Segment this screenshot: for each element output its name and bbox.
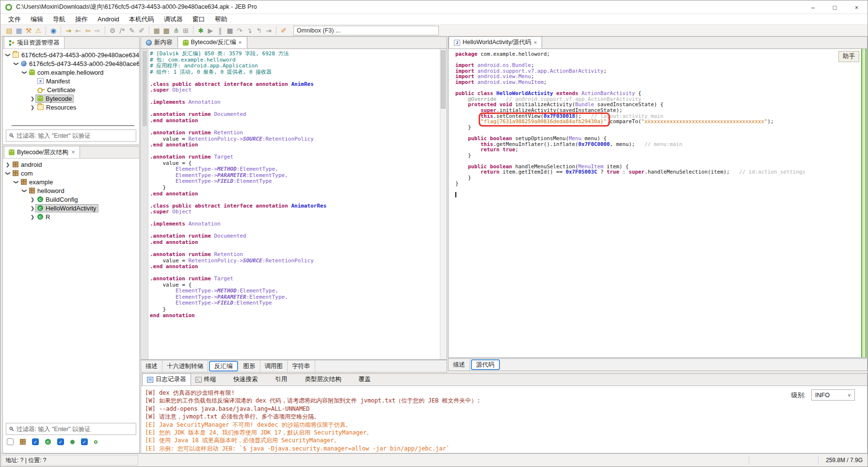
tab-日志记录器[interactable]: 日志记录器 [142,373,191,386]
filter-toggle-2[interactable] [32,438,39,445]
step-into-icon[interactable]: ↴ [244,26,254,35]
gears-icon[interactable]: ⚙ [108,26,117,35]
omnibox-input[interactable] [293,26,439,35]
expander-chevron-icon[interactable]: ❯ [22,188,27,193]
run-icon[interactable]: ▶ [206,26,215,35]
disassembly-scrollbar[interactable] [440,49,446,359]
expander-chevron-icon[interactable]: ❯ [5,170,11,176]
tab-覆盖[interactable]: 覆盖 [346,373,375,386]
layout-icon[interactable]: ⊞ [181,26,191,35]
menu-Android[interactable]: Android [93,16,124,23]
tree-item-com.example.helloword[interactable]: ❯com.example.helloword [3,68,139,77]
tree-item-Bytecode[interactable]: ❯Bytecode [3,94,139,103]
close-button[interactable]: × [846,0,868,14]
project-filter-input[interactable] [16,132,133,139]
rename-icon[interactable]: ✐ [137,26,146,35]
log-view[interactable]: [W] dex 仿真器的沙盒组件有限![W] 如果您的工作负载包括反编译混淆的 … [141,386,868,453]
tree-item-example[interactable]: ❯example [3,177,139,186]
tree-item-helloword[interactable]: ❯helloword [3,186,139,195]
pause-icon[interactable]: ‖ [215,26,225,35]
tab-Bytecode/反汇编[interactable]: Bytecode/反汇编× [177,36,247,48]
filter-toggle-3[interactable] [57,438,64,445]
tab-终端[interactable]: 终端 [191,373,221,386]
brush-icon[interactable]: ✐ [279,26,289,35]
scrollbar-thumb[interactable] [441,50,446,109]
maximize-button[interactable]: □ [824,0,846,14]
subtab-十六进制转储[interactable]: 十六进制转储 [162,360,208,372]
subtab-源代码[interactable]: 源代码 [471,359,500,370]
globe-icon[interactable]: ◉ [48,26,58,35]
expander-chevron-icon[interactable]: ❯ [14,61,19,66]
nav-back-icon[interactable]: ⇦ [83,26,93,35]
step-over-icon[interactable]: ↷ [235,26,244,35]
run-to-icon[interactable]: ⇥ [264,26,273,35]
matrix-icon[interactable]: ▩ [161,26,171,35]
step-out-icon[interactable]: ↰ [254,26,264,35]
expander-chevron-icon[interactable]: ❯ [30,105,35,110]
expander-chevron-icon[interactable]: ❯ [30,214,35,220]
stop-icon[interactable]: ■ [225,26,235,35]
tab-快速搜索[interactable]: 快速搜索 [221,373,262,386]
tree-item-R[interactable]: ❯R [3,212,139,221]
menu-编辑[interactable]: 编辑 [26,15,48,24]
nav-forward-icon[interactable]: ⇨ [93,26,102,35]
tab-HelloWorldActivity/源代码[interactable]: HelloWorldActivity/源代码× [449,36,542,48]
tab-bytecode-hierarchy[interactable]: Bytecode/层次结构 × [4,146,80,158]
expander-chevron-icon[interactable]: ❯ [22,69,27,75]
menu-调试器[interactable]: 调试器 [159,15,188,24]
expander-chevron-icon[interactable]: ❯ [30,206,35,211]
tree-item-BuildConfig[interactable]: ❯BuildConfig [3,195,139,204]
disassembly-view[interactable]: # [Dalvik 反汇编] 850 类: 3579 字段, 6928 方法# … [141,49,447,360]
expander-chevron-icon[interactable]: ❯ [14,179,19,185]
subtab-调用图[interactable]: 调用图 [260,360,288,372]
expander-chevron-icon[interactable]: ❯ [30,96,35,101]
divider[interactable] [12,125,134,126]
menu-窗口[interactable]: 窗口 [188,15,210,24]
menu-文件[interactable]: 文件 [3,15,26,24]
tree-item-android[interactable]: ❯android [3,160,139,169]
subtab-描述[interactable]: 描述 [141,360,162,372]
filter-toggle-4[interactable] [81,438,88,445]
tree-item-Certificate[interactable]: ❯Certificate [3,85,139,94]
subtab-描述[interactable]: 描述 [449,359,470,370]
subtab-反汇编[interactable]: 反汇编 [209,361,238,371]
filter-toggle-1[interactable] [7,438,14,445]
close-icon[interactable]: × [533,39,537,46]
tab-project-explorer[interactable]: 项目资源管理器 [4,36,64,48]
wrench-icon[interactable]: ⚒ [24,26,33,35]
close-icon[interactable]: × [239,39,242,46]
warning-icon[interactable]: ⚠ [33,26,43,35]
expander-chevron-icon[interactable]: ❯ [30,197,35,202]
jump-back-icon[interactable]: ⇤ [73,26,83,35]
level-select[interactable]: INFO ∨ [811,389,855,401]
minimize-button[interactable]: – [802,0,824,14]
tab-类型层次结构[interactable]: 类型层次结构 [292,373,346,386]
goto-icon[interactable]: ⇥ [64,26,73,35]
tree-item-HelloWorldActivity[interactable]: ❯HelloWorldActivity [3,204,139,212]
overview-ruler[interactable] [861,49,867,357]
source-view[interactable]: package com.example.helloword; import an… [448,49,868,358]
tree-icon[interactable]: ⋔ [171,26,181,35]
open-file-icon[interactable]: ▤ [4,26,14,35]
menu-帮助[interactable]: 帮助 [210,15,232,24]
tree-item-6176cfc5-d473-4453-a000-29e480ace634.apk.j[interactable]: ❯6176cfc5-d473-4453-a000-29e480ace634.ap… [3,50,139,59]
comment-icon[interactable]: /* [117,26,127,35]
close-icon[interactable]: × [72,149,75,156]
tab-新内容[interactable]: 新内容 [141,36,177,48]
tab-引用[interactable]: 引用 [262,373,292,386]
assistant-button[interactable]: 助手 [838,51,859,62]
subtab-图形[interactable]: 图形 [239,360,260,372]
table-icon[interactable]: ▦ [152,26,161,35]
expander-chevron-icon[interactable]: ❯ [5,162,11,167]
save-icon[interactable]: ▦ [14,26,24,35]
menu-本机代码[interactable]: 本机代码 [124,15,159,24]
hierarchy-filter-input[interactable] [16,426,133,433]
tree-item-6176cfc5-d473-4453-a000-29e480ace634.ap[interactable]: ❯6176cfc5-d473-4453-a000-29e480ace634.ap [3,59,139,68]
edit-icon[interactable]: ✎ [127,26,137,35]
menu-操作[interactable]: 操作 [70,15,93,24]
menu-导航[interactable]: 导航 [48,15,70,24]
debug-icon[interactable]: ✱ [196,26,206,35]
tree-item-Manifest[interactable]: ❯Manifest [3,77,139,85]
subtab-字符串[interactable]: 字符串 [288,360,315,372]
expander-chevron-icon[interactable]: ❯ [5,52,11,58]
